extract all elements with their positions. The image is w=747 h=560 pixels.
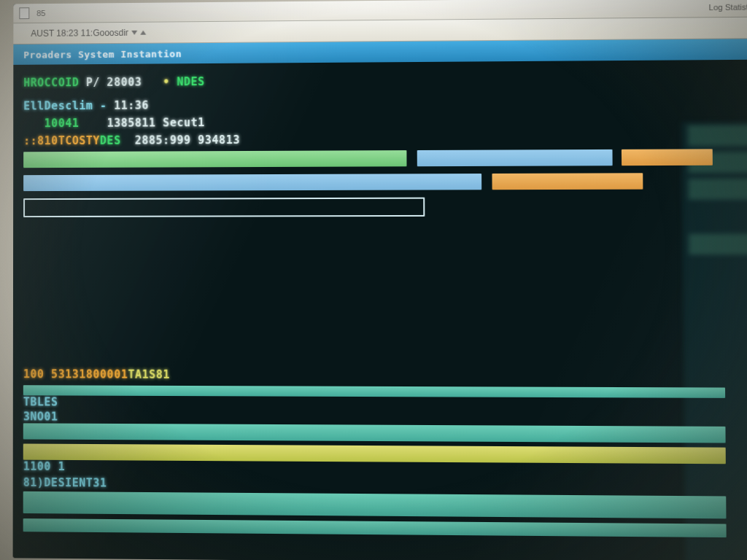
- photo-vignette: [0, 0, 747, 560]
